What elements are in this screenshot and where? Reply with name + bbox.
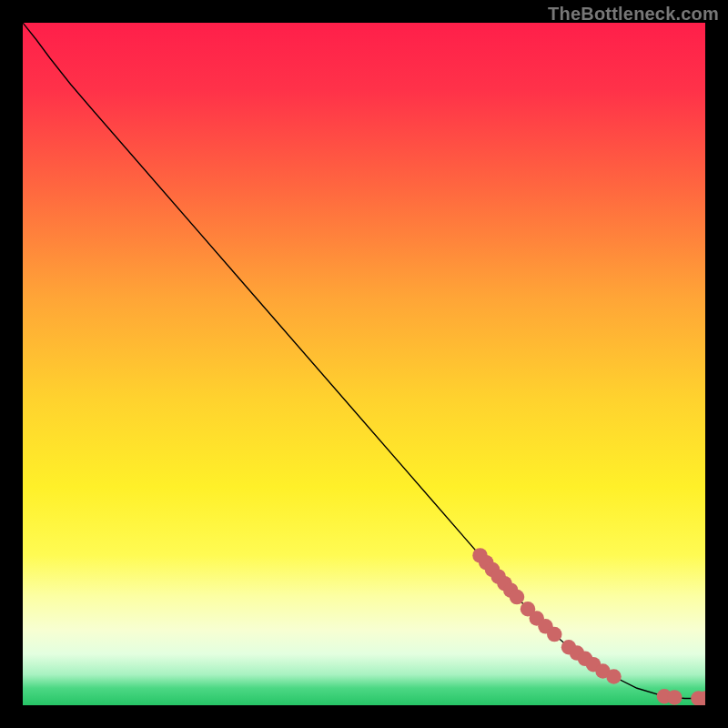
data-point — [510, 590, 525, 605]
data-point — [547, 627, 562, 642]
gradient-background — [23, 23, 705, 705]
data-point — [667, 690, 682, 705]
chart-container: TheBottleneck.com — [0, 0, 728, 728]
watermark-label: TheBottleneck.com — [548, 4, 719, 25]
chart-plot — [23, 23, 705, 705]
data-point — [606, 669, 622, 683]
